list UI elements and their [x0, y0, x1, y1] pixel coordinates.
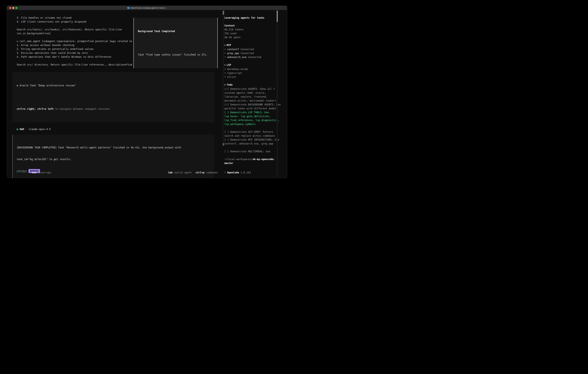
interrupt-label: interrupt — [37, 171, 51, 174]
todo-section-header[interactable]: ▼Todo — [224, 83, 282, 87]
zoom-button[interactable] — [15, 7, 17, 9]
titlebar: [OpenCode] Leveraging agents for tasks ◐ — [7, 6, 287, 10]
lsp-section-header[interactable]: ▼LSP — [224, 63, 282, 67]
oracle-title: Oracle Task "Deep architecture review" — [20, 84, 76, 87]
main-scrollbar[interactable] — [223, 10, 224, 146]
bullet-icon: • — [224, 72, 226, 74]
esc-key-hint: esc — [32, 171, 37, 174]
branch-label: master — [224, 161, 282, 165]
close-button[interactable] — [9, 7, 11, 9]
scrollbar-thumb[interactable] — [277, 10, 278, 22]
switch-agent-label: switch agent — [172, 171, 192, 174]
todo-item: [✓] Demonstrate AGENTS: Show all 7 curat… — [224, 87, 282, 103]
lsp-item: •typescript — [224, 71, 282, 75]
scrollbar-thumb[interactable] — [223, 143, 224, 146]
context-heading: Context — [224, 24, 282, 28]
mcp-item: •grep_app Connected — [224, 51, 282, 55]
bullet-icon: • — [224, 68, 226, 71]
context-spent: $0.46 spent — [224, 35, 282, 39]
lsp-item: •markdown-oxide — [224, 67, 282, 71]
agent-name: OmO — [20, 128, 24, 131]
message-text: task_id="bg_dcfac161" to get results. — [17, 157, 210, 161]
bullet-icon: • — [224, 171, 226, 174]
agent-header: ▣ OmO · claude-opus-4-5 — [12, 127, 214, 131]
hint-text: to navigate between subagent sessions — [54, 107, 110, 110]
context-used: 33% used — [224, 31, 282, 35]
oracle-hint: ctrl+x right, ctrl+x left to navigate be… — [17, 107, 210, 111]
todo-item: [ ] Demonstrate MCP INTEGRATIONS: Use co… — [224, 138, 282, 146]
commands-label: commands — [204, 171, 218, 174]
tab-key-hint: tab — [168, 171, 173, 174]
context-tokens: 66,518 tokens — [224, 28, 282, 31]
chevron-down-icon: ▼ — [224, 63, 225, 67]
todo-item: [✓] Demonstrate BACKGROUND AGENTS: Run p… — [224, 103, 282, 111]
agent-icon: ▣ — [17, 128, 18, 131]
scrollbar-thumb[interactable] — [223, 11, 224, 15]
status-bar: ········esc interrupt tab switch agentct… — [14, 171, 218, 175]
bullet-icon: • — [224, 48, 226, 51]
spinner-dots: ········ — [14, 171, 30, 174]
traffic-lights — [9, 6, 17, 10]
bullet-icon: • — [224, 56, 226, 59]
opencode-version: •OpenCode 1.0.163 — [224, 171, 251, 175]
gear-icon: ⚙ — [17, 40, 18, 43]
todo-item: [ ] Demonstrate MULTIMODAL: Use — [224, 150, 282, 154]
repo-name: oh-my-opencode: — [252, 158, 275, 161]
toast-title: Background Task Completed — [138, 29, 213, 33]
ctrlp-key-hint: ctrl+p — [195, 171, 204, 174]
session-spinner-icon: ◐ — [166, 6, 167, 10]
separator: · — [24, 128, 29, 131]
bullet-icon: • — [224, 75, 226, 78]
sidebar-title: Leveraging agents for tasks — [224, 16, 282, 20]
todo-item: [ ] Demonstrate AST-GREP: Pattern search… — [224, 130, 282, 138]
oracle-icon: ◉ — [17, 84, 18, 87]
folder-icon — [127, 7, 130, 9]
chevron-down-icon: ▼ — [224, 83, 225, 87]
todo-item-active: [ ] Demonstrate LSP TOOLS: Use lsp_hover… — [224, 111, 282, 126]
app-window: [OpenCode] Leveraging agents for tasks ◐… — [7, 6, 287, 178]
sidebar-scrollbar[interactable] — [277, 10, 278, 177]
message-text: [BACKGROUND TASK COMPLETED] Task "Resear… — [17, 146, 210, 150]
chevron-down-icon: ▼ — [224, 43, 225, 47]
toast-body: Task "Find type safety issues" finished … — [138, 53, 213, 57]
minimize-button[interactable] — [12, 7, 14, 9]
mcp-item: •websearch_exa Connected — [224, 55, 282, 59]
mcp-item: •context7 Connected — [224, 47, 282, 51]
lsp-item: •eslint — [224, 75, 282, 79]
background-task-toast[interactable]: Background Task Completed Task "Find typ… — [133, 18, 218, 68]
workspace-path: ~/local-workspaces/oh-my-opencode: — [224, 157, 282, 161]
hint-keys: ctrl+x right, ctrl+x left — [17, 107, 54, 110]
mcp-section-header[interactable]: ▼MCP — [224, 43, 282, 47]
oracle-task-panel: ◉ Oracle Task "Deep architecture review"… — [12, 72, 214, 122]
bullet-icon: • — [224, 52, 226, 55]
window-title: [OpenCode] Leveraging agents for tasks — [131, 6, 164, 10]
agent-model: claude-opus-4-5 — [29, 128, 51, 131]
